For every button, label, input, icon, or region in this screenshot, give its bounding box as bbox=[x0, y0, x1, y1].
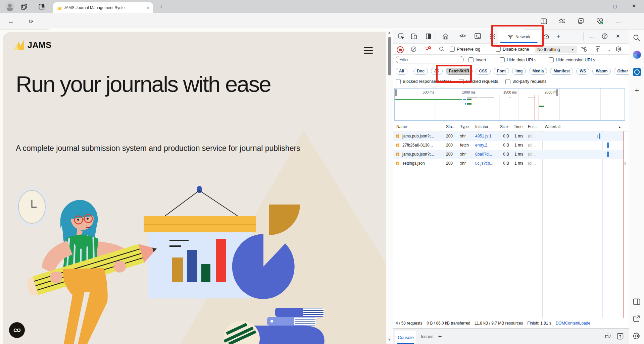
hide-extension-urls-checkbox-box[interactable] bbox=[549, 57, 554, 62]
blocked-response-cookies-box[interactable] bbox=[396, 79, 401, 84]
status-dcl-link[interactable]: DOMContentLoade bbox=[556, 321, 590, 326]
filter-chip-css[interactable]: CSS bbox=[476, 68, 491, 75]
scrollbar-thumb[interactable] bbox=[388, 37, 391, 75]
favorites-bar-icon[interactable] bbox=[558, 17, 566, 25]
back-button[interactable]: ← bbox=[7, 17, 15, 26]
quick-view-icon[interactable] bbox=[605, 333, 611, 339]
filter-chip-wasm[interactable]: Wasm bbox=[592, 68, 611, 75]
activity-bar-icon[interactable] bbox=[426, 33, 432, 40]
network-conditions-icon[interactable] bbox=[580, 46, 588, 52]
waterfall-bar[interactable] bbox=[607, 152, 609, 157]
disable-cache-checkbox[interactable]: Disable cache bbox=[496, 47, 529, 52]
waterfall-bar[interactable] bbox=[607, 142, 609, 148]
timeline-right-gripper[interactable] bbox=[556, 89, 558, 96]
scrollbar-up-arrow[interactable]: ▲ bbox=[388, 31, 391, 34]
filter-chip-font[interactable]: Font bbox=[494, 68, 509, 75]
request-name[interactable]: settings.json bbox=[402, 161, 443, 166]
tab-close-icon[interactable]: ✕ bbox=[146, 6, 150, 10]
welcome-tab-icon[interactable] bbox=[442, 33, 449, 40]
filter-chip-manifest[interactable]: Manifest bbox=[550, 68, 573, 75]
preserve-log-checkbox-box[interactable] bbox=[450, 47, 455, 52]
timeline-left-gripper[interactable] bbox=[395, 89, 397, 96]
search-network-icon[interactable] bbox=[439, 46, 445, 52]
sidebar-settings-gear-icon[interactable] bbox=[633, 332, 641, 340]
hide-data-urls-checkbox-box[interactable] bbox=[500, 57, 505, 62]
blocked-response-cookies-checkbox[interactable]: Blocked response cookies bbox=[396, 79, 451, 84]
request-row[interactable]: {;} jams.pub.json?t... 200 xhr 4951.js:1… bbox=[393, 132, 624, 141]
window-close-button[interactable]: ✕ bbox=[626, 0, 642, 12]
request-row[interactable]: {;} settings.json 200 xhr uc.js?cb... 0 … bbox=[393, 159, 624, 168]
scrollbar-down-arrow[interactable]: ▼ bbox=[388, 338, 391, 341]
invert-checkbox-box[interactable] bbox=[468, 57, 474, 62]
profile-avatar[interactable] bbox=[5, 2, 14, 11]
tab-actions-icon[interactable] bbox=[38, 3, 45, 10]
header-type[interactable]: Type bbox=[460, 124, 469, 129]
window-minimize-button[interactable]: — bbox=[588, 0, 603, 12]
network-overview-timeline[interactable]: 500 ms 1000 ms 1500 ms 2000 ms bbox=[394, 88, 625, 121]
hamburger-menu-icon[interactable] bbox=[364, 46, 373, 55]
blocked-requests-checkbox[interactable]: Blocked requests bbox=[459, 79, 498, 84]
hide-data-urls-checkbox[interactable]: Hide data URLs bbox=[500, 57, 536, 62]
console-tab-icon[interactable] bbox=[475, 33, 481, 40]
filter-chip-doc[interactable]: Doc bbox=[413, 68, 428, 75]
waterfall-bar[interactable] bbox=[599, 133, 600, 139]
filter-chip-media[interactable]: Media bbox=[529, 68, 547, 75]
devtools-more-options-icon[interactable]: … bbox=[589, 33, 595, 40]
collections-icon[interactable] bbox=[577, 17, 585, 25]
drawer-add-tab-icon[interactable]: + bbox=[436, 333, 444, 340]
network-settings-gear-icon[interactable] bbox=[616, 46, 622, 52]
request-row[interactable]: {;} jams.pub.json?t... 200 xhr 8ba07d...… bbox=[393, 150, 624, 159]
filter-input[interactable] bbox=[396, 56, 464, 63]
performance-tab-icon[interactable] bbox=[543, 33, 550, 40]
header-initiator[interactable]: Initiator bbox=[475, 124, 488, 129]
devtools-help-icon[interactable] bbox=[602, 33, 608, 40]
sidebar-outlook-icon[interactable] bbox=[633, 68, 641, 76]
overflow-chevron-icon[interactable]: ⌄ bbox=[608, 48, 611, 52]
request-row[interactable]: {;} 27fb26a8-0130... 200 fetch entry.2..… bbox=[393, 141, 624, 150]
split-screen-icon[interactable] bbox=[540, 17, 548, 25]
filter-chip-all[interactable]: All bbox=[396, 68, 407, 75]
refresh-button[interactable]: ⟳ bbox=[27, 17, 36, 26]
more-tabs-plus-icon[interactable]: + bbox=[556, 33, 563, 40]
disable-cache-checkbox-box[interactable] bbox=[496, 47, 501, 52]
device-emulation-icon[interactable] bbox=[411, 33, 417, 40]
elements-tab-icon[interactable]: </> bbox=[459, 33, 466, 40]
accessibility-widget-button[interactable]: CO bbox=[9, 322, 25, 338]
filter-chip-fetch-xhr[interactable]: Fetch/XHR bbox=[446, 68, 473, 75]
sort-ascending-icon[interactable]: ▲ bbox=[618, 125, 621, 129]
drawer-tab-issues[interactable]: Issues bbox=[421, 334, 434, 339]
header-size[interactable]: Size bbox=[500, 124, 508, 129]
page-scrollbar[interactable]: ▲ ▼ bbox=[386, 30, 393, 344]
browser-tab[interactable]: JAMS Journal Management Syste ✕ bbox=[53, 2, 153, 13]
header-time[interactable]: Time bbox=[514, 124, 523, 129]
clear-network-log-icon[interactable] bbox=[411, 46, 416, 52]
header-status[interactable]: Sta... bbox=[446, 124, 455, 129]
expand-drawer-icon[interactable] bbox=[617, 333, 624, 340]
sidebar-search-icon[interactable] bbox=[633, 34, 641, 42]
filter-funnel-icon[interactable] bbox=[425, 46, 431, 52]
request-name[interactable]: jams.pub.json?t... bbox=[402, 134, 443, 138]
new-tab-button[interactable]: + bbox=[157, 3, 165, 10]
tab-network[interactable]: Network bbox=[498, 30, 540, 44]
filter-chip-ws[interactable]: WS bbox=[576, 68, 589, 75]
drawer-tab-console[interactable]: Console bbox=[395, 331, 416, 344]
window-maximize-button[interactable]: ▢ bbox=[607, 0, 623, 12]
throttling-select[interactable]: No throttling ▼ bbox=[535, 46, 577, 53]
sidebar-open-external-icon[interactable] bbox=[633, 315, 641, 323]
filter-chip-img[interactable]: Img bbox=[512, 68, 526, 75]
sidebar-add-icon[interactable]: + bbox=[633, 87, 641, 95]
debugger-tab-icon[interactable] bbox=[489, 33, 496, 40]
jams-logo[interactable]: JAMS bbox=[13, 40, 51, 51]
workspaces-icon[interactable] bbox=[20, 3, 28, 10]
third-party-requests-box[interactable] bbox=[505, 79, 510, 84]
inspect-element-icon[interactable] bbox=[398, 33, 405, 40]
header-name[interactable]: Name bbox=[396, 124, 407, 129]
filter-chip-js[interactable]: JS bbox=[431, 68, 443, 75]
settings-more-icon[interactable]: … bbox=[614, 17, 622, 25]
record-network-log-icon[interactable] bbox=[397, 46, 404, 53]
import-har-icon[interactable] bbox=[595, 46, 600, 52]
blocked-requests-box[interactable] bbox=[459, 79, 464, 84]
preserve-log-checkbox[interactable]: Preserve log bbox=[450, 47, 480, 52]
browser-essentials-icon[interactable] bbox=[596, 17, 604, 25]
sidebar-panel-icon[interactable] bbox=[633, 298, 641, 306]
